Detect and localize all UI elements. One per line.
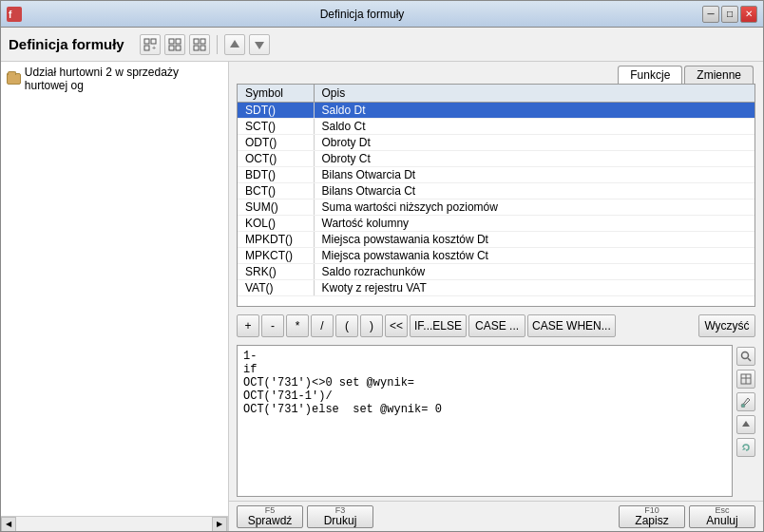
op-multiply-button[interactable]: * — [286, 314, 309, 337]
functions-table-wrapper: Symbol Opis SDT()Saldo DtSCT()Saldo CtOD… — [237, 84, 755, 307]
op-open-paren-button[interactable]: ( — [335, 314, 358, 337]
drukuj-button[interactable]: F3 Drukuj — [307, 505, 373, 528]
svg-rect-7 — [176, 39, 181, 44]
functions-panel: Funkcje Zmienne Symbol Opis — [229, 62, 763, 311]
toolbar-btn-1[interactable]: + — [140, 34, 161, 55]
cell-symbol: KOL() — [238, 216, 314, 232]
table-row[interactable]: SDT()Saldo Dt — [238, 103, 754, 119]
status-bar: F5 Sprawdź F3 Drukuj F10 Zapisz Esc — [229, 501, 763, 531]
tab-zmienne[interactable]: Zmienne — [684, 66, 754, 84]
op-minus-button[interactable]: - — [261, 314, 284, 337]
left-status-buttons: F5 Sprawdź F3 Drukuj — [237, 505, 373, 528]
cell-symbol: BDT() — [238, 167, 314, 183]
main-content: Udział hurtowni 2 w sprzedaży hurtowej o… — [1, 62, 763, 531]
side-icon-brush[interactable] — [736, 392, 755, 411]
toolbar-title: Definicja formuły — [9, 36, 124, 52]
scroll-track — [16, 517, 212, 531]
left-panel: Udział hurtowni 2 w sprzedaży hurtowej o… — [1, 62, 229, 531]
formula-textarea[interactable] — [237, 345, 733, 497]
svg-rect-4 — [144, 46, 149, 50]
cell-opis: Miejsca powstawania kosztów Dt — [314, 232, 754, 248]
col-symbol: Symbol — [238, 85, 314, 103]
minimize-button[interactable]: ─ — [702, 6, 719, 23]
operators-row: + - * / ( ) << IF...ELSE CASE ... CASE W… — [229, 311, 763, 341]
toolbar-btn-3[interactable] — [189, 34, 210, 55]
table-row[interactable]: ODT()Obroty Dt — [238, 135, 754, 151]
op-plus-button[interactable]: + — [237, 314, 259, 337]
toolbar-btn-up[interactable] — [224, 34, 245, 55]
restore-button[interactable]: □ — [721, 6, 738, 23]
side-icon-table[interactable] — [736, 370, 755, 389]
op-wyczysc-button[interactable]: Wyczyść — [698, 314, 755, 337]
svg-text:+: + — [152, 45, 156, 51]
cell-symbol: ODT() — [238, 135, 314, 151]
svg-point-16 — [742, 352, 749, 359]
table-row[interactable]: SRK()Saldo rozrachunków — [238, 264, 754, 280]
tree-item[interactable]: Udział hurtowni 2 w sprzedaży hurtowej o… — [1, 62, 228, 96]
title-bar: f Definicja formuły ─ □ ✕ — [1, 1, 763, 28]
scroll-right-arrow[interactable]: ▶ — [212, 517, 227, 532]
side-icon-arrow-up[interactable] — [736, 415, 755, 434]
main-window: f Definicja formuły ─ □ ✕ Definicja form… — [0, 0, 764, 532]
svg-rect-9 — [176, 46, 181, 50]
zapisz-button[interactable]: F10 Zapisz — [619, 505, 685, 528]
left-panel-scrollbar: ◀ ▶ — [1, 516, 228, 531]
cell-opis: Bilans Otwarcia Ct — [314, 183, 754, 200]
svg-marker-22 — [742, 421, 750, 427]
op-case-when-button[interactable]: CASE WHEN... — [527, 314, 616, 337]
cell-opis: Saldo Ct — [314, 119, 754, 135]
anuluj-button[interactable]: Esc Anuluj — [689, 505, 755, 528]
app-icon: f — [7, 7, 22, 22]
op-divide-button[interactable]: / — [311, 314, 334, 337]
table-row[interactable]: OCT()Obroty Ct — [238, 151, 754, 167]
table-row[interactable]: MPKDT()Miejsca powstawania kosztów Dt — [238, 232, 754, 248]
svg-marker-14 — [230, 40, 239, 48]
cell-opis: Saldo rozrachunków — [314, 264, 754, 280]
cell-opis: Bilans Otwarcia Dt — [314, 167, 754, 183]
toolbar-btn-down[interactable] — [249, 34, 270, 55]
cell-opis: Saldo Dt — [314, 103, 754, 119]
table-row[interactable]: SCT()Saldo Ct — [238, 119, 754, 135]
formula-area-wrapper — [229, 341, 763, 501]
cell-opis: Suma wartości niższych poziomów — [314, 200, 754, 216]
table-row[interactable]: BCT()Bilans Otwarcia Ct — [238, 183, 754, 200]
cell-symbol: MPKDT() — [238, 232, 314, 248]
tabs-row: Funkcje Zmienne — [237, 66, 755, 84]
op-close-paren-button[interactable]: ) — [360, 314, 383, 337]
table-row[interactable]: SUM()Suma wartości niższych poziomów — [238, 200, 754, 216]
toolbar: Definicja formuły + — [1, 28, 763, 62]
side-icon-reload[interactable] — [736, 438, 755, 457]
cell-symbol: SCT() — [238, 119, 314, 135]
op-case-button[interactable]: CASE ... — [468, 314, 525, 337]
cell-symbol: SRK() — [238, 264, 314, 280]
svg-rect-6 — [169, 39, 174, 44]
svg-rect-8 — [169, 46, 174, 50]
tab-funkcje[interactable]: Funkcje — [618, 66, 682, 84]
functions-table-scroll[interactable]: Symbol Opis SDT()Saldo DtSCT()Saldo CtOD… — [238, 85, 754, 306]
cell-symbol: SUM() — [238, 200, 314, 216]
op-if-else-button[interactable]: IF...ELSE — [410, 314, 467, 337]
table-row[interactable]: MPKCT()Miejsca powstawania kosztów Ct — [238, 248, 754, 264]
folder-icon — [7, 73, 21, 85]
cell-symbol: BCT() — [238, 183, 314, 200]
side-icons — [736, 345, 755, 497]
cell-symbol: VAT() — [238, 280, 314, 296]
side-icon-zoom[interactable] — [736, 347, 755, 366]
close-button[interactable]: ✕ — [740, 6, 757, 23]
cell-symbol: OCT() — [238, 151, 314, 167]
table-row[interactable]: VAT()Kwoty z rejestru VAT — [238, 280, 754, 296]
cell-symbol: SDT() — [238, 103, 314, 119]
table-row[interactable]: BDT()Bilans Otwarcia Dt — [238, 167, 754, 183]
svg-point-21 — [741, 404, 745, 408]
svg-rect-13 — [201, 46, 205, 50]
svg-line-17 — [748, 358, 751, 361]
table-row[interactable]: KOL()Wartość kolumny — [238, 216, 754, 232]
drukuj-label: Drukuj — [324, 515, 357, 526]
scroll-left-arrow[interactable]: ◀ — [1, 517, 16, 532]
svg-rect-11 — [201, 39, 205, 44]
toolbar-btn-2[interactable] — [164, 34, 185, 55]
right-status-buttons: F10 Zapisz Esc Anuluj — [619, 505, 755, 528]
cell-opis: Obroty Ct — [314, 151, 754, 167]
sprawdz-button[interactable]: F5 Sprawdź — [237, 505, 303, 528]
op-insert-button[interactable]: << — [385, 314, 408, 337]
